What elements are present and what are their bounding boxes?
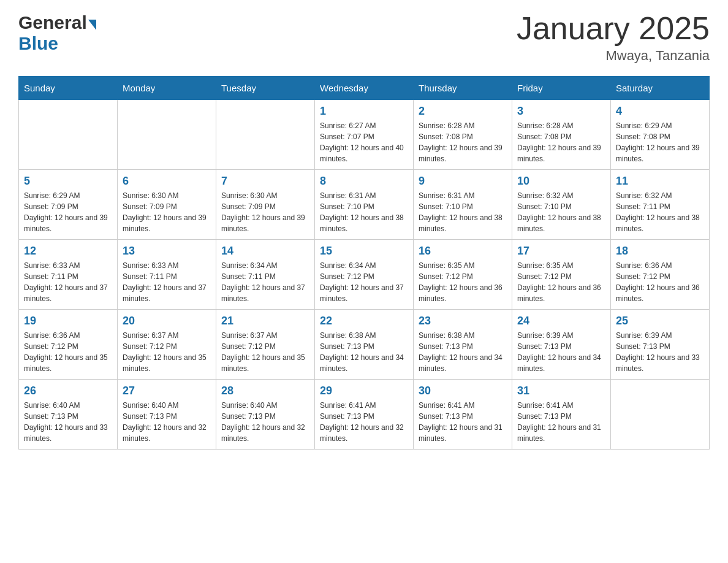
day-info: Sunrise: 6:34 AM Sunset: 7:12 PM Dayligh… [320, 260, 408, 304]
day-number: 27 [123, 385, 211, 397]
day-number: 18 [616, 245, 704, 258]
logo-general-text: General [18, 12, 87, 33]
calendar-cell: 7Sunrise: 6:30 AM Sunset: 7:09 PM Daylig… [216, 170, 315, 240]
day-info: Sunrise: 6:30 AM Sunset: 7:09 PM Dayligh… [123, 190, 211, 234]
calendar-cell: 29Sunrise: 6:41 AM Sunset: 7:13 PM Dayli… [315, 380, 414, 450]
calendar-cell: 5Sunrise: 6:29 AM Sunset: 7:09 PM Daylig… [19, 170, 118, 240]
calendar-cell: 23Sunrise: 6:38 AM Sunset: 7:13 PM Dayli… [414, 310, 512, 380]
day-number: 29 [320, 385, 408, 397]
day-info: Sunrise: 6:29 AM Sunset: 7:09 PM Dayligh… [24, 190, 112, 234]
day-number: 26 [24, 385, 112, 397]
calendar-cell: 6Sunrise: 6:30 AM Sunset: 7:09 PM Daylig… [118, 170, 216, 240]
calendar-cell: 10Sunrise: 6:32 AM Sunset: 7:10 PM Dayli… [512, 170, 611, 240]
calendar-cell: 24Sunrise: 6:39 AM Sunset: 7:13 PM Dayli… [512, 310, 611, 380]
calendar-cell: 28Sunrise: 6:40 AM Sunset: 7:13 PM Dayli… [216, 380, 315, 450]
day-number: 28 [221, 385, 309, 397]
day-number: 12 [24, 245, 112, 258]
calendar-cell: 3Sunrise: 6:28 AM Sunset: 7:08 PM Daylig… [512, 100, 611, 170]
calendar-header: SundayMondayTuesdayWednesdayThursdayFrid… [19, 77, 710, 100]
calendar-cell [611, 380, 710, 450]
day-info: Sunrise: 6:39 AM Sunset: 7:13 PM Dayligh… [616, 330, 704, 374]
day-info: Sunrise: 6:28 AM Sunset: 7:08 PM Dayligh… [419, 120, 507, 164]
day-info: Sunrise: 6:33 AM Sunset: 7:11 PM Dayligh… [24, 260, 112, 304]
day-info: Sunrise: 6:40 AM Sunset: 7:13 PM Dayligh… [24, 400, 112, 444]
calendar-table: SundayMondayTuesdayWednesdayThursdayFrid… [18, 76, 710, 450]
day-info: Sunrise: 6:38 AM Sunset: 7:13 PM Dayligh… [419, 330, 507, 374]
day-info: Sunrise: 6:27 AM Sunset: 7:07 PM Dayligh… [320, 120, 408, 164]
calendar-cell: 18Sunrise: 6:36 AM Sunset: 7:12 PM Dayli… [611, 240, 710, 310]
week-row-1: 1Sunrise: 6:27 AM Sunset: 7:07 PM Daylig… [19, 100, 710, 170]
day-info: Sunrise: 6:40 AM Sunset: 7:13 PM Dayligh… [221, 400, 309, 444]
day-header-thursday: Thursday [414, 77, 512, 100]
day-number: 13 [123, 245, 211, 258]
day-info: Sunrise: 6:40 AM Sunset: 7:13 PM Dayligh… [123, 400, 211, 444]
calendar-cell: 11Sunrise: 6:32 AM Sunset: 7:11 PM Dayli… [611, 170, 710, 240]
day-number: 16 [419, 245, 507, 258]
calendar-cell [216, 100, 315, 170]
day-number: 5 [24, 175, 112, 188]
day-info: Sunrise: 6:29 AM Sunset: 7:08 PM Dayligh… [616, 120, 704, 164]
day-info: Sunrise: 6:37 AM Sunset: 7:12 PM Dayligh… [221, 330, 309, 374]
title-section: January 2025 Mwaya, Tanzania [517, 12, 710, 64]
calendar-cell: 27Sunrise: 6:40 AM Sunset: 7:13 PM Dayli… [118, 380, 216, 450]
page-title: January 2025 [517, 12, 710, 44]
calendar-cell: 22Sunrise: 6:38 AM Sunset: 7:13 PM Dayli… [315, 310, 414, 380]
day-number: 20 [123, 315, 211, 327]
calendar-cell: 15Sunrise: 6:34 AM Sunset: 7:12 PM Dayli… [315, 240, 414, 310]
calendar-cell [19, 100, 118, 170]
day-number: 30 [419, 385, 507, 397]
day-number: 3 [517, 105, 605, 118]
calendar-body: 1Sunrise: 6:27 AM Sunset: 7:07 PM Daylig… [19, 100, 710, 450]
calendar-cell: 30Sunrise: 6:41 AM Sunset: 7:13 PM Dayli… [414, 380, 512, 450]
day-number: 17 [517, 245, 605, 258]
week-row-5: 26Sunrise: 6:40 AM Sunset: 7:13 PM Dayli… [19, 380, 710, 450]
calendar-cell [118, 100, 216, 170]
calendar-cell: 4Sunrise: 6:29 AM Sunset: 7:08 PM Daylig… [611, 100, 710, 170]
day-number: 2 [419, 105, 507, 118]
calendar-cell: 9Sunrise: 6:31 AM Sunset: 7:10 PM Daylig… [414, 170, 512, 240]
calendar-cell: 14Sunrise: 6:34 AM Sunset: 7:11 PM Dayli… [216, 240, 315, 310]
page-subtitle: Mwaya, Tanzania [517, 48, 710, 64]
day-info: Sunrise: 6:36 AM Sunset: 7:12 PM Dayligh… [616, 260, 704, 304]
day-info: Sunrise: 6:34 AM Sunset: 7:11 PM Dayligh… [221, 260, 309, 304]
day-header-wednesday: Wednesday [315, 77, 414, 100]
day-info: Sunrise: 6:39 AM Sunset: 7:13 PM Dayligh… [517, 330, 605, 374]
calendar-cell: 26Sunrise: 6:40 AM Sunset: 7:13 PM Dayli… [19, 380, 118, 450]
day-info: Sunrise: 6:31 AM Sunset: 7:10 PM Dayligh… [320, 190, 408, 234]
calendar-cell: 21Sunrise: 6:37 AM Sunset: 7:12 PM Dayli… [216, 310, 315, 380]
calendar-cell: 25Sunrise: 6:39 AM Sunset: 7:13 PM Dayli… [611, 310, 710, 380]
day-number: 7 [221, 175, 309, 188]
day-number: 31 [517, 385, 605, 397]
day-info: Sunrise: 6:28 AM Sunset: 7:08 PM Dayligh… [517, 120, 605, 164]
logo-triangle-icon [88, 20, 96, 30]
day-info: Sunrise: 6:41 AM Sunset: 7:13 PM Dayligh… [517, 400, 605, 444]
day-header-tuesday: Tuesday [216, 77, 315, 100]
day-info: Sunrise: 6:35 AM Sunset: 7:12 PM Dayligh… [517, 260, 605, 304]
day-info: Sunrise: 6:32 AM Sunset: 7:11 PM Dayligh… [616, 190, 704, 234]
calendar-cell: 16Sunrise: 6:35 AM Sunset: 7:12 PM Dayli… [414, 240, 512, 310]
calendar-cell: 2Sunrise: 6:28 AM Sunset: 7:08 PM Daylig… [414, 100, 512, 170]
calendar-cell: 13Sunrise: 6:33 AM Sunset: 7:11 PM Dayli… [118, 240, 216, 310]
page-header: General Blue January 2025 Mwaya, Tanzani… [18, 12, 710, 64]
days-of-week-row: SundayMondayTuesdayWednesdayThursdayFrid… [19, 77, 710, 100]
day-info: Sunrise: 6:35 AM Sunset: 7:12 PM Dayligh… [419, 260, 507, 304]
day-info: Sunrise: 6:30 AM Sunset: 7:09 PM Dayligh… [221, 190, 309, 234]
calendar-cell: 12Sunrise: 6:33 AM Sunset: 7:11 PM Dayli… [19, 240, 118, 310]
day-header-sunday: Sunday [19, 77, 118, 100]
day-info: Sunrise: 6:31 AM Sunset: 7:10 PM Dayligh… [419, 190, 507, 234]
day-number: 10 [517, 175, 605, 188]
week-row-4: 19Sunrise: 6:36 AM Sunset: 7:12 PM Dayli… [19, 310, 710, 380]
day-info: Sunrise: 6:32 AM Sunset: 7:10 PM Dayligh… [517, 190, 605, 234]
day-number: 6 [123, 175, 211, 188]
calendar-cell: 17Sunrise: 6:35 AM Sunset: 7:12 PM Dayli… [512, 240, 611, 310]
day-info: Sunrise: 6:38 AM Sunset: 7:13 PM Dayligh… [320, 330, 408, 374]
calendar-cell: 19Sunrise: 6:36 AM Sunset: 7:12 PM Dayli… [19, 310, 118, 380]
day-header-monday: Monday [118, 77, 216, 100]
day-header-friday: Friday [512, 77, 611, 100]
day-info: Sunrise: 6:41 AM Sunset: 7:13 PM Dayligh… [419, 400, 507, 444]
logo-blue-text: Blue [18, 33, 58, 53]
day-number: 23 [419, 315, 507, 327]
day-number: 25 [616, 315, 704, 327]
calendar-cell: 20Sunrise: 6:37 AM Sunset: 7:12 PM Dayli… [118, 310, 216, 380]
day-number: 8 [320, 175, 408, 188]
